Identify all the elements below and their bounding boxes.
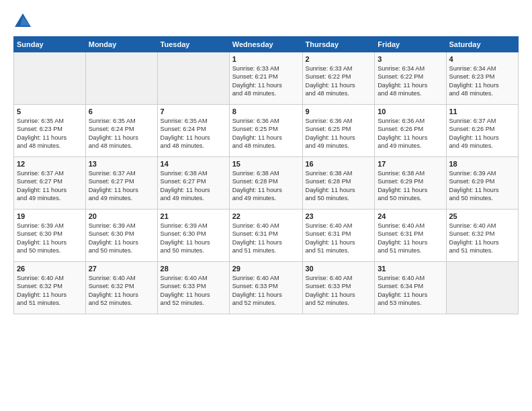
day-info: Sunrise: 6:40 AM Sunset: 6:31 PM Dayligh… [232,222,300,255]
day-number: 30 [306,265,372,273]
day-number: 28 [161,265,226,273]
week-row-3: 12Sunrise: 6:37 AM Sunset: 6:27 PM Dayli… [14,157,519,210]
weekday-thursday: Thursday [302,37,375,52]
calendar-cell: 27Sunrise: 6:40 AM Sunset: 6:32 PM Dayli… [85,262,157,314]
day-info: Sunrise: 6:40 AM Sunset: 6:33 PM Dayligh… [161,274,226,308]
day-number: 18 [449,160,516,168]
day-info: Sunrise: 6:37 AM Sunset: 6:26 PM Dayligh… [449,117,516,150]
day-info: Sunrise: 6:38 AM Sunset: 6:28 PM Dayligh… [306,169,372,203]
weekday-friday: Friday [375,37,446,52]
day-info: Sunrise: 6:39 AM Sunset: 6:30 PM Dayligh… [161,222,226,255]
day-info: Sunrise: 6:35 AM Sunset: 6:24 PM Dayligh… [161,117,226,150]
calendar-cell: 6Sunrise: 6:35 AM Sunset: 6:24 PM Daylig… [85,105,157,157]
day-number: 22 [232,212,300,220]
calendar-cell: 24Sunrise: 6:40 AM Sunset: 6:31 PM Dayli… [375,210,446,262]
day-number: 7 [161,107,226,116]
calendar-cell: 26Sunrise: 6:40 AM Sunset: 6:32 PM Dayli… [14,262,86,314]
day-info: Sunrise: 6:37 AM Sunset: 6:27 PM Dayligh… [17,169,83,203]
calendar-cell: 11Sunrise: 6:37 AM Sunset: 6:26 PM Dayli… [446,105,519,157]
calendar-cell: 16Sunrise: 6:38 AM Sunset: 6:28 PM Dayli… [302,157,375,210]
day-number: 12 [17,160,83,168]
day-info: Sunrise: 6:38 AM Sunset: 6:29 PM Dayligh… [378,169,443,203]
day-number: 1 [232,55,300,63]
day-info: Sunrise: 6:36 AM Sunset: 6:25 PM Dayligh… [306,117,372,150]
calendar-body: 1Sunrise: 6:33 AM Sunset: 6:21 PM Daylig… [14,52,519,314]
calendar-cell: 29Sunrise: 6:40 AM Sunset: 6:33 PM Dayli… [229,262,302,314]
week-row-4: 19Sunrise: 6:39 AM Sunset: 6:30 PM Dayli… [14,210,519,262]
day-number: 15 [232,160,300,168]
calendar-table: SundayMondayTuesdayWednesdayThursdayFrid… [13,36,519,314]
calendar-cell: 13Sunrise: 6:37 AM Sunset: 6:27 PM Dayli… [85,157,157,210]
day-number: 14 [161,160,226,168]
day-info: Sunrise: 6:34 AM Sunset: 6:23 PM Dayligh… [449,64,516,98]
day-number: 5 [17,107,83,116]
day-number: 13 [89,160,154,168]
day-number: 2 [306,55,372,63]
day-info: Sunrise: 6:40 AM Sunset: 6:33 PM Dayligh… [232,274,300,308]
day-number: 8 [232,107,300,116]
day-info: Sunrise: 6:33 AM Sunset: 6:22 PM Dayligh… [306,64,372,98]
day-number: 10 [378,107,443,116]
day-number: 25 [449,212,516,220]
day-info: Sunrise: 6:40 AM Sunset: 6:33 PM Dayligh… [306,274,372,308]
logo-icon [13,12,32,31]
week-row-5: 26Sunrise: 6:40 AM Sunset: 6:32 PM Dayli… [14,262,519,314]
week-row-1: 1Sunrise: 6:33 AM Sunset: 6:21 PM Daylig… [14,52,519,105]
calendar-cell [446,262,519,314]
day-number: 11 [449,107,516,116]
calendar-cell: 20Sunrise: 6:39 AM Sunset: 6:30 PM Dayli… [85,210,157,262]
calendar-cell: 14Sunrise: 6:38 AM Sunset: 6:27 PM Dayli… [157,157,229,210]
day-info: Sunrise: 6:40 AM Sunset: 6:31 PM Dayligh… [378,222,443,255]
day-number: 24 [378,212,443,220]
day-number: 19 [17,212,83,220]
day-number: 17 [378,160,443,168]
day-info: Sunrise: 6:40 AM Sunset: 6:32 PM Dayligh… [17,274,83,308]
calendar-cell: 12Sunrise: 6:37 AM Sunset: 6:27 PM Dayli… [14,157,86,210]
calendar-cell: 2Sunrise: 6:33 AM Sunset: 6:22 PM Daylig… [302,52,375,105]
weekday-monday: Monday [85,37,157,52]
day-info: Sunrise: 6:39 AM Sunset: 6:29 PM Dayligh… [449,169,516,203]
calendar-cell: 5Sunrise: 6:35 AM Sunset: 6:23 PM Daylig… [14,105,86,157]
calendar-cell: 21Sunrise: 6:39 AM Sunset: 6:30 PM Dayli… [157,210,229,262]
calendar-cell: 18Sunrise: 6:39 AM Sunset: 6:29 PM Dayli… [446,157,519,210]
calendar-cell [85,52,157,105]
day-number: 26 [17,265,83,273]
week-row-2: 5Sunrise: 6:35 AM Sunset: 6:23 PM Daylig… [14,105,519,157]
weekday-tuesday: Tuesday [157,37,229,52]
calendar-cell: 3Sunrise: 6:34 AM Sunset: 6:22 PM Daylig… [375,52,446,105]
calendar-cell: 31Sunrise: 6:40 AM Sunset: 6:34 PM Dayli… [375,262,446,314]
day-info: Sunrise: 6:37 AM Sunset: 6:27 PM Dayligh… [89,169,154,203]
calendar-cell [157,52,229,105]
day-info: Sunrise: 6:39 AM Sunset: 6:30 PM Dayligh… [17,222,83,255]
calendar-cell: 1Sunrise: 6:33 AM Sunset: 6:21 PM Daylig… [229,52,302,105]
calendar-cell: 30Sunrise: 6:40 AM Sunset: 6:33 PM Dayli… [302,262,375,314]
day-info: Sunrise: 6:40 AM Sunset: 6:31 PM Dayligh… [306,222,372,255]
day-info: Sunrise: 6:36 AM Sunset: 6:26 PM Dayligh… [378,117,443,150]
day-info: Sunrise: 6:36 AM Sunset: 6:25 PM Dayligh… [232,117,300,150]
calendar-cell: 7Sunrise: 6:35 AM Sunset: 6:24 PM Daylig… [157,105,229,157]
day-number: 3 [378,55,443,63]
weekday-wednesday: Wednesday [229,37,302,52]
calendar-cell [14,52,86,105]
day-info: Sunrise: 6:38 AM Sunset: 6:28 PM Dayligh… [232,169,300,203]
day-info: Sunrise: 6:35 AM Sunset: 6:24 PM Dayligh… [89,117,154,150]
day-info: Sunrise: 6:33 AM Sunset: 6:21 PM Dayligh… [232,64,300,98]
logo [13,12,35,31]
calendar-cell: 28Sunrise: 6:40 AM Sunset: 6:33 PM Dayli… [157,262,229,314]
day-info: Sunrise: 6:39 AM Sunset: 6:30 PM Dayligh… [89,222,154,255]
calendar-cell: 8Sunrise: 6:36 AM Sunset: 6:25 PM Daylig… [229,105,302,157]
weekday-sunday: Sunday [14,37,86,52]
day-number: 23 [306,212,372,220]
calendar-cell: 22Sunrise: 6:40 AM Sunset: 6:31 PM Dayli… [229,210,302,262]
weekday-saturday: Saturday [446,37,519,52]
header [13,12,519,31]
day-number: 20 [89,212,154,220]
day-info: Sunrise: 6:38 AM Sunset: 6:27 PM Dayligh… [161,169,226,203]
calendar-cell: 17Sunrise: 6:38 AM Sunset: 6:29 PM Dayli… [375,157,446,210]
day-number: 4 [449,55,516,63]
day-info: Sunrise: 6:40 AM Sunset: 6:32 PM Dayligh… [449,222,516,255]
day-number: 29 [232,265,300,273]
day-info: Sunrise: 6:40 AM Sunset: 6:34 PM Dayligh… [378,274,443,308]
day-number: 6 [89,107,154,116]
calendar-cell: 19Sunrise: 6:39 AM Sunset: 6:30 PM Dayli… [14,210,86,262]
